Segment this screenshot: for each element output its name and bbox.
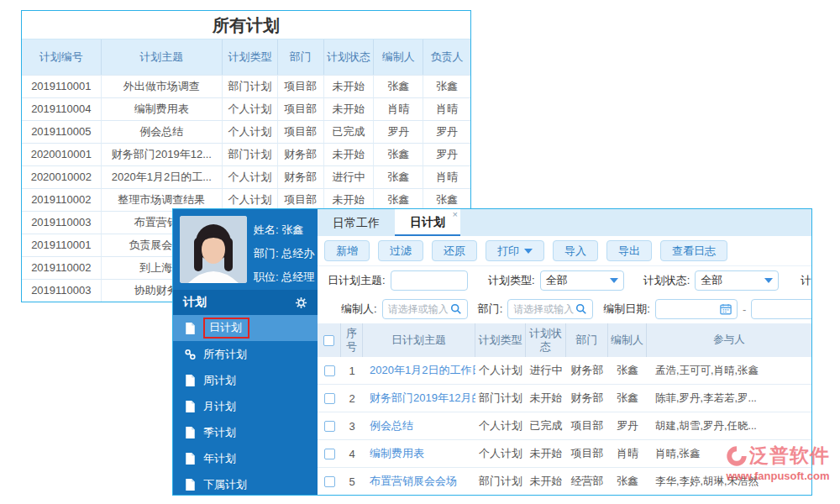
column-header: 序号	[341, 323, 363, 357]
cell-participants: 孟浩,王可可,肖晴,张鑫	[647, 364, 811, 378]
select-all-checkbox[interactable]	[323, 335, 334, 346]
cell-dept: 财务部	[278, 165, 324, 188]
row-checkbox[interactable]	[324, 449, 335, 459]
cell-status: 未开始	[526, 474, 566, 489]
cell-type: 部门计划	[475, 391, 526, 406]
cell-owner: 罗丹	[423, 143, 470, 165]
sidebar-item-subordinate-plan[interactable]: 下属计划	[173, 471, 318, 495]
subject-label: 日计划主题:	[328, 273, 386, 288]
sidebar-item-label: 下属计划	[203, 477, 247, 492]
add-button[interactable]: 新增	[324, 240, 370, 261]
file-icon	[185, 427, 196, 438]
sidebar-item-label: 季计划	[203, 425, 236, 440]
cell-type: 部门计划	[223, 75, 278, 97]
status-select[interactable]: 全部	[695, 270, 779, 291]
cell-plan-no: 2020010002	[22, 165, 102, 188]
cell-no: 3	[341, 420, 363, 433]
column-header: 计划编号	[22, 39, 102, 75]
cell-compiler: 张鑫	[374, 75, 423, 97]
row-checkbox[interactable]	[324, 365, 335, 376]
sidebar-item-all-plans[interactable]: 所有计划	[173, 341, 318, 367]
table-row: 1 2020年1月2日的工作日... 个人计划 进行中 财务部 张鑫 孟浩,王可…	[318, 357, 811, 385]
column-header: 部门	[566, 323, 608, 357]
sidebar-item-label: 年计划	[203, 451, 236, 466]
cell-plan-no: 2019110003	[22, 211, 102, 234]
chevron-down-icon	[610, 278, 618, 283]
gear-icon[interactable]	[295, 297, 307, 309]
sidebar-section-plans: 计划	[173, 290, 318, 315]
date-to-input[interactable]	[751, 299, 811, 319]
plan-subject-link[interactable]: 财务部门2019年12月的...	[370, 391, 475, 404]
sidebar-item-yearly-plan[interactable]: 年计划	[173, 445, 318, 471]
cell-dept: 项目部	[278, 97, 324, 120]
row-checkbox[interactable]	[324, 421, 335, 432]
cell-subject: 整理市场调查结果	[102, 188, 223, 211]
cell-compiler: 张鑫	[608, 363, 647, 378]
cell-type: 个人计划	[475, 363, 526, 378]
row-checkbox[interactable]	[324, 476, 335, 487]
plan-subject-link[interactable]: 编制费用表	[370, 447, 424, 459]
row-checkbox[interactable]	[324, 393, 335, 404]
daily-plan-window: 姓名: 张鑫 部门: 总经办 职位: 总经理 计划 日计划	[172, 208, 812, 496]
export-button[interactable]: 导出	[606, 240, 652, 261]
tab-daily-work[interactable]: 日常工作	[318, 209, 395, 236]
sidebar-section-label: 计划	[183, 295, 207, 310]
column-header: 计划类型	[475, 323, 526, 357]
view-log-button[interactable]: 查看日志	[660, 240, 727, 261]
profile-name: 姓名: 张鑫	[254, 218, 318, 242]
profile-department: 部门: 总经办	[254, 242, 318, 265]
date-from-input[interactable]	[655, 299, 738, 319]
type-select[interactable]: 全部	[540, 270, 624, 291]
search-icon[interactable]	[450, 303, 462, 315]
cell-dept: 项目部	[566, 446, 608, 461]
sidebar-item-quarterly-plan[interactable]: 季计划	[173, 419, 318, 445]
filter-row-2: 编制人: 请选择或输入 部门: 请选择或输入 编制日期:	[318, 295, 811, 323]
toolbar: 新增 过滤 还原 打印 导入 导出 查看日志	[318, 236, 811, 266]
avatar	[180, 216, 247, 283]
cell-compiler: 肖晴	[374, 97, 423, 120]
restore-button[interactable]: 还原	[432, 240, 477, 261]
plan-subject-link[interactable]: 2020年1月2日的工作日...	[370, 364, 475, 376]
column-header: 编制人	[608, 323, 647, 357]
close-icon[interactable]: ×	[453, 210, 458, 219]
print-button[interactable]: 打印	[486, 240, 544, 261]
dept-input[interactable]: 请选择或输入	[507, 299, 593, 319]
tab-label: 日常工作	[333, 216, 380, 229]
avatar-image	[180, 216, 247, 283]
cell-plan-no: 2019110004	[22, 97, 102, 120]
cell-compiler: 张鑫	[374, 188, 423, 211]
column-header: 部门	[278, 39, 324, 75]
table-row: 2019110005 例会总结 个人计划 项目部 已完成 罗丹 罗丹	[22, 120, 470, 143]
plan-subject-link[interactable]: 例会总结	[370, 419, 413, 432]
main-content: 日常工作 日计划 × 新增 过滤 还原 打印 导入 导出 查看日志 日计划主题:…	[318, 209, 811, 495]
search-icon[interactable]	[575, 303, 587, 315]
import-button[interactable]: 导入	[553, 240, 598, 261]
sidebar-item-monthly-plan[interactable]: 月计划	[173, 393, 318, 419]
link-icon	[185, 349, 196, 360]
calendar-icon[interactable]	[720, 303, 732, 315]
cell-owner: 肖晴	[423, 165, 470, 188]
cell-dept: 项目部	[278, 75, 324, 97]
cell-status: 未开始	[324, 188, 375, 211]
cell-no: 5	[341, 475, 363, 488]
compiler-placeholder: 请选择或输入	[388, 302, 449, 317]
subject-input[interactable]	[391, 270, 468, 291]
cell-status: 未开始	[526, 391, 566, 406]
cell-owner: 张鑫	[423, 75, 470, 97]
cell-owner: 罗丹	[423, 120, 470, 143]
cell-dept: 经营部	[566, 474, 608, 489]
tab-bar: 日常工作 日计划 ×	[318, 209, 811, 236]
sidebar-item-weekly-plan[interactable]: 周计划	[173, 367, 318, 393]
compiler-input[interactable]: 请选择或输入	[382, 299, 468, 319]
cell-compiler: 张鑫	[374, 143, 423, 165]
cell-status: 未开始	[526, 446, 566, 461]
cell-type: 个人计划	[223, 165, 278, 188]
sidebar-item-daily-plan[interactable]: 日计划	[173, 315, 318, 341]
cell-type: 个人计划	[223, 120, 278, 143]
tab-daily-plan[interactable]: 日计划 ×	[395, 209, 460, 236]
column-header: 日计划主题	[363, 323, 475, 357]
file-icon	[185, 401, 196, 412]
plan-subject-link[interactable]: 布置营销展会会场	[370, 475, 457, 487]
tab-label: 日计划	[410, 215, 445, 228]
filter-button[interactable]: 过滤	[378, 240, 423, 261]
